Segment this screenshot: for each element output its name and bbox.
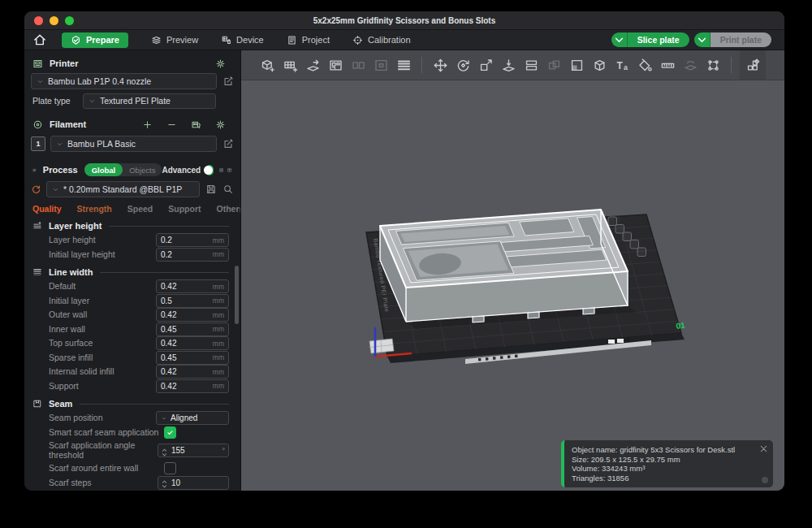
color-painting-button[interactable]: [635, 55, 654, 75]
advanced-toggle[interactable]: [205, 165, 214, 175]
close-icon[interactable]: [758, 444, 769, 454]
compare-presets-icon[interactable]: [219, 164, 224, 176]
assembly-view-button[interactable]: [740, 50, 766, 80]
setting-select[interactable]: Aligned: [156, 411, 229, 425]
setting-value-input[interactable]: 0.45mm: [156, 351, 229, 365]
setting-value-input[interactable]: 0.45mm: [156, 322, 229, 336]
object-settings-table-icon[interactable]: [227, 164, 232, 176]
filament-slot-number[interactable]: 1: [31, 136, 45, 151]
printer-preset-select[interactable]: Bambu Lab P1P 0.4 nozzle: [31, 73, 217, 89]
filament-preset-select[interactable]: Bambu PLA Basic: [50, 136, 217, 152]
process-preset-select[interactable]: * 0.20mm Standard @BBL P1P: [46, 181, 200, 197]
add-plate-button[interactable]: [280, 55, 300, 75]
sidebar-scrollbar[interactable]: [235, 266, 239, 324]
viewport-3d[interactable]: Ta: [241, 50, 784, 491]
rotate-button[interactable]: [453, 55, 473, 75]
support-painting-icon: [569, 58, 585, 73]
process-tab-support[interactable]: Support: [168, 204, 201, 214]
remove-filament-minus-icon[interactable]: [166, 119, 177, 130]
add-model-button[interactable]: [257, 55, 277, 75]
plate-type-select[interactable]: Textured PEI Plate: [83, 93, 216, 109]
text-tool-icon: Ta: [615, 58, 630, 73]
process-tab-speed[interactable]: Speed: [127, 204, 153, 214]
setting-value-input[interactable]: 0.42mm: [156, 308, 229, 322]
fuzzy-skin-button[interactable]: [703, 55, 723, 75]
tab-prepare[interactable]: Prepare: [62, 32, 128, 48]
negative-part-button[interactable]: [590, 55, 609, 75]
setting-value-input[interactable]: 0.5mm: [156, 294, 229, 308]
move-button[interactable]: [430, 55, 450, 75]
setting-value-input[interactable]: 0.2mm: [156, 248, 229, 262]
tab-preview[interactable]: Preview: [151, 35, 198, 45]
text-tool-button[interactable]: Ta: [612, 55, 632, 75]
setting-label: Smart scarf seam application: [49, 426, 164, 439]
tab-label: Preview: [166, 35, 198, 45]
setting-value-input[interactable]: 0.42mm: [156, 279, 229, 293]
group-header-line-width[interactable]: Line width: [24, 265, 240, 279]
spinner-arrows-icon[interactable]: [162, 446, 167, 456]
printer-settings-gear-icon[interactable]: [215, 58, 226, 69]
print-dropdown-chevron-icon[interactable]: [694, 32, 710, 47]
setting-checkbox[interactable]: [164, 426, 176, 439]
measure-button[interactable]: [658, 55, 677, 75]
home-icon[interactable]: [32, 32, 47, 47]
arrange-button[interactable]: [326, 55, 345, 75]
auto-orient-button[interactable]: [303, 55, 322, 75]
setting-row: Sparse infill0.45mm: [24, 351, 240, 366]
ams-sync-icon[interactable]: [191, 119, 201, 130]
setting-value-input[interactable]: 0.42mm: [156, 365, 229, 379]
model-gridfinity-tray[interactable]: [380, 210, 628, 322]
setting-unit: °: [222, 447, 225, 455]
filament-settings-gear-icon[interactable]: [215, 119, 226, 130]
process-tab-quality[interactable]: Quality: [32, 204, 62, 214]
slice-plate-label[interactable]: Slice plate: [628, 32, 689, 47]
group-header-seam[interactable]: Seam: [24, 396, 240, 411]
spinner-arrows-icon[interactable]: [162, 478, 167, 487]
setting-spinner[interactable]: 10: [158, 476, 229, 490]
process-scope-toggle[interactable]: Global Objects: [84, 163, 162, 176]
add-filament-plus-icon[interactable]: [142, 119, 153, 130]
cut-button[interactable]: [521, 55, 541, 75]
setting-row: Support0.42mm: [24, 379, 240, 394]
tab-device[interactable]: Device: [221, 35, 264, 45]
print-plate-button[interactable]: Print plate: [694, 32, 771, 47]
setting-label: Internal solid infill: [49, 366, 156, 379]
setting-value-input[interactable]: 0.42mm: [156, 336, 229, 350]
slice-dropdown-chevron-icon[interactable]: [611, 32, 628, 47]
support-painting-button[interactable]: [567, 55, 586, 75]
group-header-layer-height[interactable]: Layer height: [24, 219, 240, 233]
place-on-face-button[interactable]: [499, 55, 518, 75]
search-settings-icon[interactable]: [222, 184, 234, 195]
scope-objects[interactable]: Objects: [123, 166, 162, 175]
line-width-icon: [32, 267, 42, 277]
slice-plate-button[interactable]: Slice plate: [611, 32, 689, 47]
setting-value-input[interactable]: 0.42mm: [156, 379, 229, 393]
tab-calibration[interactable]: Calibration: [352, 35, 411, 45]
process-tab-strength[interactable]: Strength: [77, 204, 112, 214]
process-tab-others[interactable]: Others: [217, 204, 241, 214]
edit-printer-icon[interactable]: [222, 76, 234, 87]
setting-label: Initial layer: [49, 295, 156, 308]
edit-filament-icon[interactable]: [222, 138, 234, 149]
plate-number-label[interactable]: 01: [676, 321, 686, 331]
setting-value-input[interactable]: 0.2mm: [156, 233, 229, 247]
tab-project[interactable]: Project: [287, 35, 330, 45]
filament-row: 1 Bambu PLA Basic: [31, 136, 234, 152]
build-plate-scene[interactable]: Bambu Textured PEI Plate: [241, 80, 784, 491]
main-tabs: Prepare Preview Device Project: [62, 32, 434, 48]
chevron-down-icon: [37, 78, 44, 85]
scale-button[interactable]: [476, 55, 495, 75]
split-to-objects-button: [348, 55, 368, 75]
setting-value: 0.42: [161, 339, 213, 348]
setting-spinner[interactable]: 155°: [158, 444, 229, 457]
reset-preset-icon[interactable]: [31, 184, 41, 195]
setting-unit: mm: [213, 325, 224, 333]
save-preset-icon[interactable]: [205, 184, 217, 195]
setting-row: Default0.42mm: [24, 279, 240, 294]
setting-checkbox[interactable]: [164, 462, 176, 474]
variable-layer-height-button[interactable]: [394, 55, 413, 75]
setting-row: Scarf joint for inner walls: [24, 490, 240, 491]
scope-global[interactable]: Global: [84, 163, 123, 176]
group-title: Layer height: [49, 221, 102, 231]
main-area: Printer Bambu Lab P1P 0.4 nozzle Plate t…: [24, 50, 784, 491]
